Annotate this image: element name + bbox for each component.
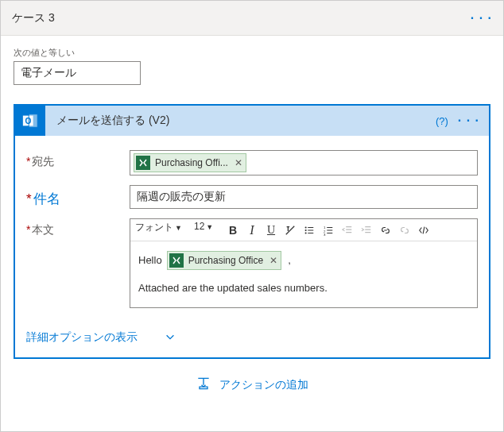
font-size-select[interactable]: 12▼ (192, 221, 223, 240)
number-list-button[interactable]: 123 (320, 222, 337, 239)
add-action-button[interactable]: アクションの追加 (196, 376, 308, 393)
field-row-to: *宛先 Purchasing Offi... ✕ (26, 150, 478, 176)
to-token-remove[interactable]: ✕ (235, 157, 242, 168)
excel-icon (136, 156, 150, 170)
indent-button[interactable] (358, 222, 375, 239)
font-size-label: 12 (194, 221, 204, 232)
case-body: 次の値と等しい O メールを送信する (V2) (?) · · · *宛先 (1, 36, 503, 404)
font-family-select[interactable]: フォント▼ (134, 221, 191, 240)
code-view-button[interactable] (415, 222, 432, 239)
action-title: メールを送信する (V2) (45, 114, 436, 128)
help-icon[interactable]: (?) (436, 115, 448, 127)
condition-value-input[interactable] (14, 61, 141, 85)
to-input[interactable]: Purchasing Offi... ✕ (130, 150, 478, 176)
add-action-row: アクションの追加 (14, 359, 490, 393)
unlink-button[interactable] (396, 222, 413, 239)
body-text-comma: , (288, 251, 291, 271)
body-token-remove[interactable]: ✕ (269, 252, 277, 270)
subject-label-text: 件名 (33, 191, 60, 206)
case-container: ケース 3 · · · 次の値と等しい O メールを送信する (V2) (?) … (0, 0, 504, 432)
chevron-down-icon (165, 331, 176, 345)
to-token[interactable]: Purchasing Offi... ✕ (134, 153, 246, 172)
case-menu-button[interactable]: · · · (471, 11, 492, 25)
excel-icon (169, 253, 184, 268)
body-editor: フォント▼ 12▼ B I U 123 (130, 218, 478, 308)
action-titlebar[interactable]: O メールを送信する (V2) (?) · · · (15, 106, 489, 136)
action-fields: *宛先 Purchasing Offi... ✕ (15, 136, 489, 322)
body-text-hello: Hello (138, 251, 162, 271)
underline-button[interactable]: U (262, 222, 280, 239)
advanced-label: 詳細オプションの表示 (26, 330, 138, 345)
to-token-label: Purchasing Offi... (155, 157, 228, 168)
body-content[interactable]: Hello Purchasing Office ✕ , (130, 241, 477, 307)
bold-button[interactable]: B (224, 222, 242, 239)
subject-input[interactable] (130, 185, 478, 209)
body-text-line2: Attached are the updated sales numbers. (138, 279, 469, 299)
svg-rect-11 (172, 256, 181, 265)
svg-rect-4 (138, 158, 148, 168)
add-action-label: アクションの追加 (219, 378, 308, 392)
svg-point-6 (305, 229, 307, 230)
send-email-action-card: O メールを送信する (V2) (?) · · · *宛先 (14, 104, 490, 359)
case-header: ケース 3 · · · (1, 1, 503, 36)
body-label: *本文 (26, 218, 130, 237)
clear-format-button[interactable] (281, 222, 299, 239)
link-button[interactable] (377, 222, 394, 239)
field-row-body: *本文 フォント▼ 12▼ B I U 123 (26, 218, 478, 308)
body-token[interactable]: Purchasing Office ✕ (167, 251, 282, 270)
case-title: ケース 3 (12, 11, 55, 25)
svg-text:3: 3 (324, 233, 326, 236)
svg-point-7 (305, 232, 307, 233)
show-advanced-options[interactable]: 詳細オプションの表示 (15, 322, 489, 357)
rte-toolbar: フォント▼ 12▼ B I U 123 (130, 219, 477, 241)
field-row-subject: *件名 (26, 185, 478, 209)
italic-button[interactable]: I (243, 222, 261, 239)
body-token-label: Purchasing Office (188, 252, 264, 270)
to-label-text: 宛先 (32, 155, 54, 168)
condition-label: 次の値と等しい (14, 47, 490, 59)
font-family-label: フォント (135, 222, 173, 233)
body-label-text: 本文 (32, 223, 54, 236)
svg-point-5 (305, 226, 307, 228)
subject-label: *件名 (26, 185, 130, 208)
action-menu-button[interactable]: · · · (458, 114, 479, 128)
bullet-list-button[interactable] (300, 222, 318, 239)
outlook-icon: O (15, 106, 45, 136)
svg-text:O: O (25, 117, 32, 125)
add-action-icon (196, 376, 211, 393)
outdent-button[interactable] (339, 222, 356, 239)
to-label: *宛先 (26, 150, 130, 169)
